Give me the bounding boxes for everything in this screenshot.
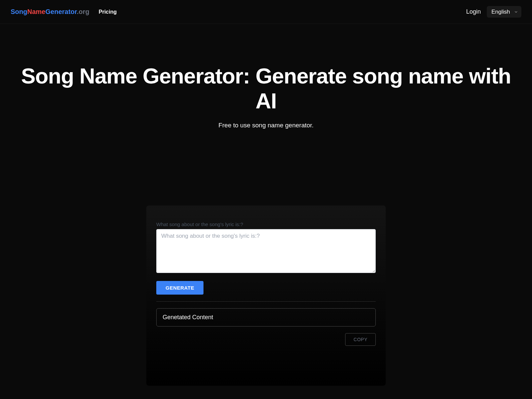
header-left: SongNameGenerator.org Pricing <box>11 8 117 16</box>
login-link[interactable]: Login <box>466 8 481 15</box>
input-label: What song about or the song's lyric is:? <box>156 221 376 227</box>
generator-card: What song about or the song's lyric is:?… <box>146 205 386 386</box>
language-select[interactable]: English <box>487 6 521 18</box>
header: SongNameGenerator.org Pricing Login Engl… <box>0 0 532 24</box>
hero-subtitle: Free to use song name generator. <box>13 122 519 129</box>
nav-pricing[interactable]: Pricing <box>99 9 117 15</box>
logo-org: .org <box>77 8 89 15</box>
generator-wrapper: What song about or the song's lyric is:?… <box>0 142 532 386</box>
hero-title: Song Name Generator: Generate song name … <box>13 64 519 114</box>
copy-row: COPY <box>156 333 376 346</box>
generated-output: Genetated Content <box>156 308 376 327</box>
logo-name: Name <box>27 8 45 15</box>
more-tools-section: More Tools <box>0 386 532 399</box>
song-input[interactable] <box>156 229 376 273</box>
header-right: Login English <box>466 6 521 18</box>
copy-button[interactable]: COPY <box>345 333 376 346</box>
hero-section: Song Name Generator: Generate song name … <box>0 24 532 142</box>
generate-button[interactable]: GENERATE <box>156 281 203 295</box>
logo-generator: Generator <box>45 8 76 15</box>
divider <box>156 301 376 302</box>
logo[interactable]: SongNameGenerator.org <box>11 8 89 16</box>
logo-song: Song <box>11 8 27 15</box>
